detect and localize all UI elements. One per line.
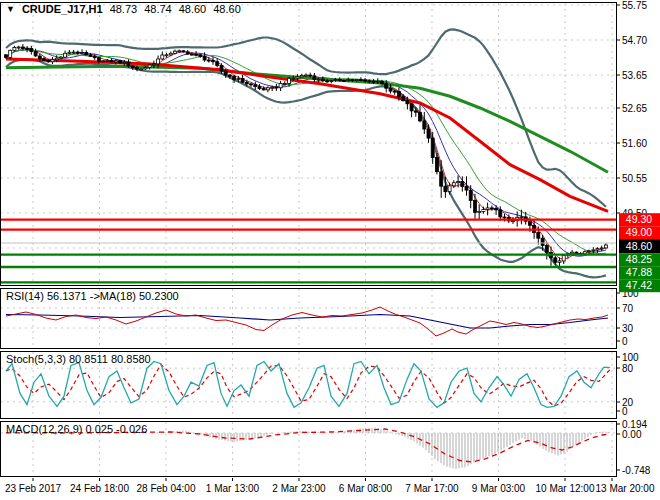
rsi-scale-label: 30 [622, 323, 634, 334]
price-tag-value: 49.30 [626, 213, 652, 225]
stoch-scale-label: 0 [622, 406, 628, 417]
macd-scale-label: -0.748 [622, 465, 651, 476]
price-tag-value: 49.00 [626, 226, 652, 238]
main-price-panel [1, 29, 616, 282]
chart-title: ▼ CRUDE_J17,H1 48.73 48.74 48.60 48.60 [6, 3, 241, 15]
rsi-indicator-label: RSI(14) 56.1371 ->MA(18) 50.2300 [6, 290, 179, 302]
price-axis-label: 55.75 [622, 0, 647, 11]
price-tag-value: 47.88 [626, 266, 652, 278]
price-tag-value: 48.25 [626, 253, 652, 265]
price-axis-label: 52.65 [622, 103, 647, 114]
time-axis-label: 2 Mar 23:00 [272, 483, 326, 494]
collapse-icon[interactable]: ▼ [6, 4, 15, 15]
ohlc-open: 48.73 [110, 3, 138, 15]
ohlc-low: 48.60 [179, 3, 207, 15]
stoch-scale-label: 100 [622, 352, 639, 363]
time-axis-label: 6 Mar 08:00 [339, 483, 393, 494]
price-tag-value: 48.60 [626, 240, 652, 252]
stoch-indicator-label: Stoch(5,3,3) 80.8511 80.8580 [6, 353, 151, 365]
stoch-scale-label: 80 [622, 363, 634, 374]
price-axis-label: 51.60 [622, 138, 647, 149]
price-axis-label: 54.70 [622, 35, 647, 46]
ma-red-line [6, 59, 608, 211]
time-axis-label: 13 Mar 20:00 [596, 483, 655, 494]
ohlc-high: 48.74 [144, 3, 172, 15]
price-axis-label: 50.55 [622, 173, 647, 184]
time-axis-label: 7 Mar 17:00 [405, 483, 459, 494]
time-axis-label: 28 Feb 04:00 [137, 483, 196, 494]
grid [1, 3, 616, 476]
time-axis-label: 24 Feb 18:00 [70, 483, 129, 494]
macd-scale-label: 0.00 [622, 429, 642, 440]
price-axis-label: 53.65 [622, 70, 647, 81]
symbol-period-label: CRUDE_J17,H1 [22, 3, 103, 15]
mt4-chart-window: 55.7554.7053.6552.6551.6050.5549.5010070… [0, 0, 660, 500]
time-axis-label: 10 Mar 12:00 [536, 483, 595, 494]
price-tag-value: 47.42 [626, 279, 652, 291]
time-axis-label: 1 Mar 13:00 [206, 483, 260, 494]
time-axis-label: 23 Feb 2017 [5, 483, 62, 494]
macd-indicator-label: MACD(12,26,9) 0.025 -0.026 [6, 423, 147, 435]
rsi-scale-label: 0 [622, 336, 628, 347]
time-axis-label: 9 Mar 03:00 [472, 483, 526, 494]
rsi-scale-label: 70 [622, 303, 634, 314]
ohlc-close: 48.60 [213, 3, 241, 15]
rsi-panel [6, 307, 608, 336]
